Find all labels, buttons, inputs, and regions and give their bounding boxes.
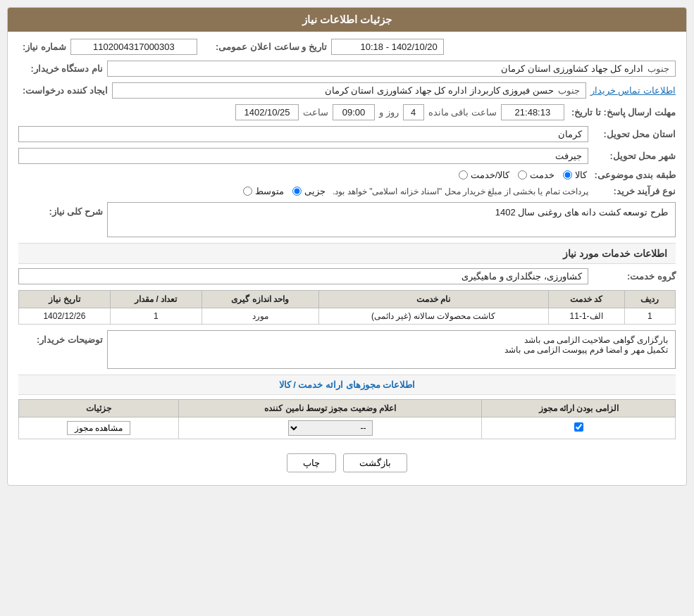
services-table-wrap: ردیف کد خدمت نام خدمت واحد اندازه گیری ت… <box>18 290 676 325</box>
city-value: جیرفت <box>18 148 588 164</box>
purchase-note: پرداخت تمام یا بخشی از مبلغ خریدار محل "… <box>333 187 588 196</box>
view-license-button[interactable]: مشاهده مجوز <box>67 421 130 435</box>
col-header-qty: تعداد / مقدار <box>110 291 202 308</box>
main-card: جزئیات اطلاعات نیاز 1402/10/20 - 10:18 ت… <box>7 7 687 486</box>
purchase-option-2[interactable]: متوسط <box>243 186 284 196</box>
deadline-inner: 21:48:13 ساعت باقی مانده 4 روز و 09:00 س… <box>18 104 564 120</box>
date-section: 1402/10/20 - 10:18 تاریخ و ساعت اعلان عم… <box>211 39 444 55</box>
service-cell-qty: 1 <box>110 308 202 325</box>
remaining-days-value: 4 <box>403 104 424 120</box>
purchase-option-1[interactable]: جزیی <box>292 186 326 196</box>
contact-link[interactable]: اطلاعات تماس خریدار <box>590 85 676 96</box>
need-number-section: 1102004317000303 شماره نیاز: <box>18 39 197 55</box>
service-cell-unit: مورد <box>202 308 318 325</box>
print-button[interactable]: چاپ <box>287 453 336 472</box>
category-option-1-label: کالا <box>575 170 587 180</box>
license-cell-required <box>482 417 676 439</box>
purchase-type-row: نوع فرآیند خرید: پرداخت تمام یا بخشی از … <box>18 186 676 196</box>
deadline-time-label: ساعت <box>303 107 328 118</box>
description-label: شرح کلی نیاز: <box>18 202 103 217</box>
license-col-details: جزئیات <box>19 400 179 417</box>
deadline-timer: 21:48:13 ساعت باقی مانده 4 روز و <box>379 104 564 120</box>
need-number-label: شماره نیاز: <box>18 42 66 52</box>
category-radio-group: کالا/خدمت خدمت کالا <box>459 170 588 180</box>
service-cell-code: الف-1-11 <box>548 308 624 325</box>
category-option-3-label: کالا/خدمت <box>471 170 510 180</box>
license-required-checkbox[interactable] <box>574 422 583 432</box>
creator-row: اطلاعات تماس خریدار جنوب حسن فیروزی کارب… <box>18 82 676 99</box>
deadline-row: مهلت ارسال پاسخ: تا تاریخ: 21:48:13 ساعت… <box>18 104 676 120</box>
buyer-desc-section: بارگزاری گواهی صلاحیت الزامی می باشد تکم… <box>18 330 676 369</box>
category-radio-3[interactable] <box>459 170 468 180</box>
description-value: طرح توسعه کشت دانه های روغنی سال 1402 <box>107 202 676 237</box>
date-value: 1402/10/20 - 10:18 <box>331 39 444 55</box>
purchase-type-label: نوع فرآیند خرید: <box>591 186 676 196</box>
button-row: بازگشت چاپ <box>18 445 676 478</box>
creator-value: جنوب حسن فیروزی کاربرداز اداره کل جهاد ک… <box>112 82 586 99</box>
service-cell-name: کاشت محصولات سالانه (غیر دائمی) <box>318 308 548 325</box>
remaining-label: ساعت باقی مانده <box>428 107 497 118</box>
license-cell-status: -- <box>178 417 481 439</box>
license-table-wrap: الزامی بودن ارائه مجوز اعلام وضعیت مجوز … <box>18 399 676 439</box>
page-header: جزئیات اطلاعات نیاز <box>8 8 686 32</box>
category-option-2[interactable]: خدمت <box>518 170 554 180</box>
buyer-org-region: جنوب <box>647 63 669 74</box>
buyer-desc-label: توضیحات خریدار: <box>18 330 103 345</box>
service-group-value: کشاورزی، جنگلداری و ماهیگیری <box>18 268 588 284</box>
category-option-3[interactable]: کالا/خدمت <box>459 170 510 180</box>
service-group-label: گروه خدمت: <box>591 271 676 282</box>
city-row: شهر محل تحویل: جیرفت <box>18 148 676 164</box>
back-button[interactable]: بازگشت <box>343 453 407 472</box>
province-label: استان محل تحویل: <box>591 129 676 139</box>
content-area: 1402/10/20 - 10:18 تاریخ و ساعت اعلان عم… <box>8 32 686 485</box>
creator-value-wrap: اطلاعات تماس خریدار جنوب حسن فیروزی کارب… <box>112 82 676 99</box>
buyer-desc-value: بارگزاری گواهی صلاحیت الزامی می باشد تکم… <box>107 330 676 369</box>
page-title: جزئیات اطلاعات نیاز <box>302 13 392 25</box>
purchase-radio-1[interactable] <box>292 187 302 196</box>
buyer-org-value: جنوب اداره کل جهاد کشاورزی استان کرمان <box>107 61 676 77</box>
buyer-org-inner: جنوب اداره کل جهاد کشاورزی استان کرمان ن… <box>18 61 676 77</box>
city-label: شهر محل تحویل: <box>591 151 676 161</box>
buyer-desc-line1: بارگزاری گواهی صلاحیت الزامی می باشد <box>115 335 668 345</box>
buyer-org-text: اداره کل جهاد کشاورزی استان کرمان <box>501 63 643 74</box>
category-option-2-label: خدمت <box>530 170 554 180</box>
need-number-row: 1402/10/20 - 10:18 تاریخ و ساعت اعلان عم… <box>18 39 676 55</box>
service-cell-row: 1 <box>624 308 675 325</box>
date-label: تاریخ و ساعت اعلان عمومی: <box>211 42 327 52</box>
province-row: استان محل تحویل: کرمان <box>18 126 676 142</box>
purchase-radio-2[interactable] <box>243 187 252 196</box>
province-value: کرمان <box>18 126 588 142</box>
creator-text: حسن فیروزی کاربرداز اداره کل جهاد کشاورز… <box>325 85 554 96</box>
license-col-required: الزامی بودن ارائه مجوز <box>482 400 676 417</box>
service-table-row: 1الف-1-11کاشت محصولات سالانه (غیر دائمی)… <box>19 308 676 325</box>
remaining-days-label: روز و <box>379 107 399 118</box>
remaining-time-value: 21:48:13 <box>501 104 564 120</box>
col-header-name: نام خدمت <box>318 291 548 308</box>
category-row: طبقه بندی موضوعی: کالا/خدمت خدمت کالا <box>18 170 676 180</box>
deadline-time-value: 09:00 <box>333 104 375 120</box>
services-table: ردیف کد خدمت نام خدمت واحد اندازه گیری ت… <box>18 290 676 325</box>
category-label: طبقه بندی موضوعی: <box>590 170 676 180</box>
service-cell-date: 1402/12/26 <box>19 308 111 325</box>
buyer-org-row: جنوب اداره کل جهاد کشاورزی استان کرمان ن… <box>18 61 676 77</box>
deadline-date-value: 1402/10/25 <box>235 104 299 120</box>
service-group-row: گروه خدمت: کشاورزی، جنگلداری و ماهیگیری <box>18 268 676 284</box>
category-radio-2[interactable] <box>518 170 527 180</box>
col-header-code: کد خدمت <box>548 291 624 308</box>
deadline-time-section: 09:00 ساعت 1402/10/25 <box>235 104 375 120</box>
license-cell-details: مشاهده مجوز <box>19 417 179 439</box>
need-number-value: 1102004317000303 <box>70 39 197 55</box>
col-header-date: تاریخ نیاز <box>19 291 111 308</box>
license-status-select[interactable]: -- <box>288 420 373 436</box>
category-option-1[interactable]: کالا <box>563 170 587 180</box>
service-section-title: اطلاعات خدمات مورد نیاز <box>18 243 676 264</box>
buyer-desc-line2: تکمیل مهر و امضا فرم پیوست الزامی می باش… <box>115 345 668 355</box>
purchase-type-inner: پرداخت تمام یا بخشی از مبلغ خریدار محل "… <box>18 186 588 196</box>
category-radio-1[interactable] <box>563 170 572 180</box>
purchase-radio-group: متوسط جزیی <box>243 186 326 196</box>
license-table-row: --مشاهده مجوز <box>19 417 676 439</box>
buyer-org-label: نام دستگاه خریدار: <box>18 63 103 74</box>
creator-inner: اطلاعات تماس خریدار جنوب حسن فیروزی کارب… <box>18 82 676 99</box>
license-table: الزامی بودن ارائه مجوز اعلام وضعیت مجوز … <box>18 399 676 439</box>
license-section-title: اطلاعات مجوزهای ارائه خدمت / کالا <box>18 375 676 395</box>
